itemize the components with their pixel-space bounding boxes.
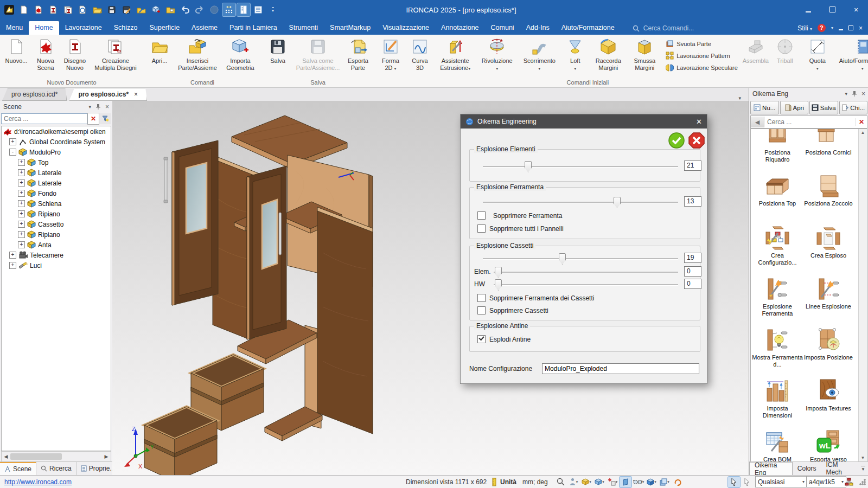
tab-lavorazione[interactable]: Lavorazione [59, 21, 108, 35]
catalog-item-esporta-cam[interactable]: wLEsporta verso CAM [803, 427, 854, 462]
ironcad-link[interactable]: http://www.ironcad.com [4, 478, 72, 486]
tree-item-top[interactable]: +Top [2, 157, 111, 168]
chevron-down-icon[interactable]: ▾ [831, 25, 833, 30]
lavorazione-pattern-button[interactable]: Lavorazione Pattern [666, 52, 738, 60]
tree-item-anta[interactable]: +Anta [2, 240, 111, 250]
catalog-open-button[interactable]: Apri [780, 101, 809, 114]
expander-plus-icon[interactable]: + [18, 241, 25, 248]
cassetti-value[interactable]: 19 [684, 253, 701, 263]
tree-item-modulopro[interactable]: - ModuloPro [2, 147, 111, 157]
update-icon[interactable] [672, 477, 684, 487]
dialog-ok-button[interactable] [668, 132, 685, 149]
scroll-right-icon[interactable]: ▶ [102, 454, 111, 459]
render-cube-icon[interactable]: ▾ [646, 477, 658, 487]
scene-search-input[interactable] [1, 113, 87, 124]
tab-superficie[interactable]: Superficie [144, 21, 186, 35]
tree-item-luci[interactable]: + Luci [2, 260, 111, 271]
minimize-button[interactable] [796, 5, 820, 14]
catalog-scrollbar[interactable]: ▲ ▼ [858, 129, 867, 461]
slider-thumb[interactable] [525, 161, 532, 172]
doc-tab-ics[interactable]: pro esploso.ics*× [69, 88, 147, 101]
save-as-icon[interactable] [120, 3, 133, 16]
chevron-down-icon[interactable]: ▾ [88, 104, 91, 110]
catalog-save-button[interactable]: Salva [809, 101, 838, 114]
checkbox-sopprimere-ferramenta-cassetti[interactable]: Sopprimere Ferramenta dei Cassetti [477, 294, 594, 302]
tab-strumenti[interactable]: Strumenti [283, 21, 324, 35]
tab-add-ins[interactable]: Add-Ins [520, 21, 556, 35]
catalog-search-input[interactable] [764, 118, 856, 126]
tree-item-cassetto[interactable]: +Cassetto [2, 219, 111, 229]
expander-plus-icon[interactable]: + [18, 169, 25, 176]
pin-icon[interactable] [95, 104, 101, 110]
catalog-item-mostra-ferramenta[interactable]: Mostra Ferramenta d... [752, 325, 803, 376]
redo-icon[interactable] [193, 3, 206, 16]
units-value[interactable]: mm; deg [522, 476, 548, 488]
tab-colors[interactable]: Colors [793, 462, 821, 475]
rivoluzione-button[interactable]: Rivoluzione▾ [476, 35, 518, 79]
new-drawing-icon[interactable] [47, 3, 60, 16]
catalog-item-crea-configurazione[interactable]: Crea Configurazio... [752, 223, 803, 274]
scroll-left-icon[interactable]: ◀ [2, 454, 10, 459]
units-label[interactable]: Unità [500, 476, 516, 488]
catalog-close-button[interactable]: Chi... [839, 101, 868, 114]
profile-combo[interactable]: a4qw1k5▾ [806, 476, 846, 487]
expander-plus-icon[interactable]: + [18, 190, 25, 197]
filter-icon[interactable] [99, 113, 111, 124]
slider-thumb[interactable] [559, 253, 566, 265]
ferramenta-slider[interactable] [483, 202, 678, 203]
scroll-down-icon[interactable]: ▼ [861, 455, 865, 460]
smart-dimensions-icon[interactable] [222, 3, 235, 16]
catalog-item-imposta-posizione[interactable]: Imposta Posizione [803, 325, 854, 376]
disegno-nuovo-button[interactable]: Disegno Nuovo [60, 35, 90, 79]
tree-item-ripiano-2[interactable]: +Ripiano [2, 229, 111, 240]
creazione-multipla-button[interactable]: Creazione Multipla Disegni [90, 35, 142, 79]
cassetti-slider[interactable] [483, 258, 678, 259]
tab-annotazione[interactable]: Annotazione [435, 21, 485, 35]
clear-search-icon[interactable]: ✕ [87, 113, 99, 125]
tree-root[interactable]: d:\ironcad\oikema\esempi oiken [2, 126, 111, 137]
tab-schizzo[interactable]: Schizzo [108, 21, 144, 35]
new-document-icon[interactable] [17, 3, 30, 16]
nuova-scena-button[interactable]: Nuova Scena [31, 35, 60, 79]
slider-thumb[interactable] [495, 279, 502, 291]
close-icon[interactable]: × [861, 90, 865, 98]
tree-item-gcs[interactable]: + Global Coordinate System [2, 137, 111, 147]
assistente-estrusione-button[interactable]: Assistente Estrusione▾ [435, 35, 476, 79]
catalog-item-posiziona-zoccolo[interactable]: Posiziona Zoccolo [803, 172, 854, 223]
doc-minimize-icon[interactable] [839, 24, 843, 32]
save-catalog-icon[interactable] [164, 3, 177, 16]
close-button[interactable]: × [844, 5, 868, 14]
scroll-up-icon[interactable]: ▲ [861, 130, 865, 135]
expander-plus-icon[interactable]: + [18, 159, 25, 166]
tab-overflow-icon[interactable]: ▾ [738, 95, 741, 101]
select-cursor-icon[interactable] [728, 477, 740, 487]
tree-item-laterale-2[interactable]: +Laterale [2, 178, 111, 188]
selection-filter-combo[interactable]: Qualsiasi▾ [755, 476, 807, 487]
importa-geometria-button[interactable]: Importa Geometria [221, 35, 260, 79]
esporta-parte-button[interactable]: Esporta Parte [343, 35, 373, 79]
checkbox-icon[interactable] [477, 294, 486, 302]
apri-button[interactable]: Apri... [145, 35, 174, 79]
document-preview-icon[interactable] [76, 3, 89, 16]
tab-visualizzazione[interactable]: Visualizzazione [376, 21, 435, 35]
export-spline-icon[interactable] [135, 3, 148, 16]
elementi-value[interactable]: 21 [684, 160, 701, 171]
config-copies-icon[interactable]: ▾ [659, 477, 671, 487]
tab-home[interactable]: Home [29, 21, 59, 35]
tree-item-laterale-1[interactable]: +Laterale [2, 168, 111, 178]
tab-comuni[interactable]: Comuni [485, 21, 520, 35]
checkbox-icon[interactable] [477, 306, 486, 314]
slider-thumb[interactable] [495, 267, 502, 278]
resize-grip[interactable] [859, 479, 866, 485]
catalog-new-button[interactable]: Nu... [750, 101, 779, 114]
checkbox-checked-icon[interactable] [477, 335, 486, 343]
save-icon[interactable] [105, 3, 118, 16]
pin-icon[interactable] [852, 91, 857, 97]
catalog-item-linee-esplosione[interactable]: Linee Esplosione [803, 274, 854, 325]
slider-thumb[interactable] [614, 197, 621, 208]
elem-value[interactable]: 0 [684, 266, 701, 277]
tree-item-schiena[interactable]: +Schiena [2, 198, 111, 209]
loft-button[interactable]: Loft▾ [560, 35, 590, 79]
tab-aiuto-formazione[interactable]: Aiuto/Formazione [556, 21, 621, 35]
expander-plus-icon[interactable]: + [9, 138, 16, 145]
